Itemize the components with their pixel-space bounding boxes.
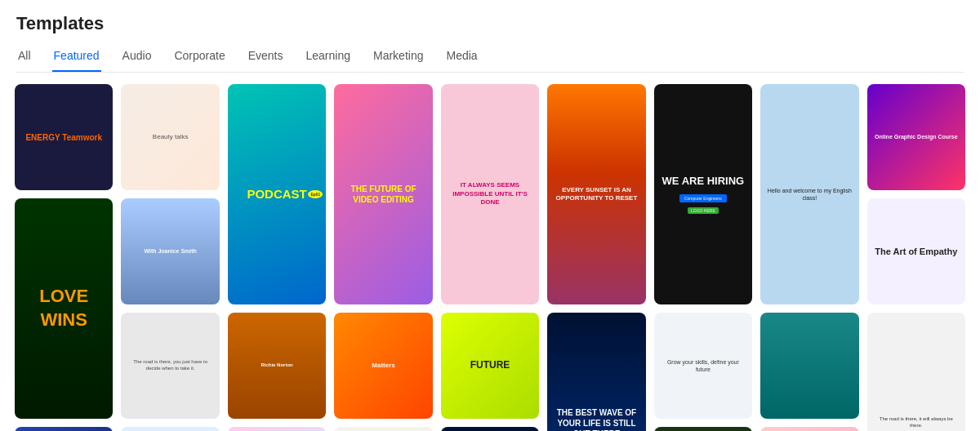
template-card-c14[interactable]: Richie Norton xyxy=(228,313,326,419)
template-card-c12[interactable]: The Art of Empathy xyxy=(867,198,965,304)
template-card-c25[interactable]: GO xyxy=(441,427,539,431)
tab-all[interactable]: All xyxy=(16,44,33,72)
card-text-c14: Richie Norton xyxy=(261,362,292,369)
template-card-c13[interactable]: The road is there, you just have to deci… xyxy=(121,313,219,419)
template-card-c20[interactable]: The road is there, it will always be the… xyxy=(867,313,965,431)
card-text-c17: THE BEST WAVE OF YOUR LIFE IS STILL OUT … xyxy=(554,407,639,432)
template-card-c10[interactable]: LOVE WINS xyxy=(15,198,113,419)
page-header: Templates AllFeaturedAudioCorporateEvent… xyxy=(0,0,980,73)
tab-learning[interactable]: Learning xyxy=(305,44,353,72)
template-card-c23[interactable]: Celebrate Pride Month xyxy=(228,427,326,431)
card-text-c12: The Art of Empathy xyxy=(875,246,957,257)
tab-marketing[interactable]: Marketing xyxy=(372,44,425,72)
card-text-c15: Matters xyxy=(372,362,394,370)
card-text-c6: EVERY SUNSET IS AN OPPORTUNITY TO RESET xyxy=(554,186,639,203)
template-card-c8[interactable]: Hello and welcome to my English class! xyxy=(760,84,858,304)
template-card-c21[interactable]: TRAVEL IS NOT THE REWARD FOR WORKING, IT… xyxy=(15,427,113,431)
card-text-c8: Hello and welcome to my English class! xyxy=(767,187,852,202)
card-text-c16: FUTURE xyxy=(470,359,510,372)
template-card-c22[interactable]: Everyday is a new opportunity to change … xyxy=(121,427,219,431)
card-text-c11: With Joanice Smith xyxy=(144,247,197,255)
tab-events[interactable]: Events xyxy=(247,44,285,72)
card-text-c18: Grow your skills, define your future xyxy=(661,358,746,373)
tab-featured[interactable]: Featured xyxy=(52,44,101,72)
template-card-c24[interactable]: Do the best you can until you know bette… xyxy=(334,427,432,431)
card-text-c20: The road is there, it will always be the… xyxy=(874,416,959,429)
card-text-c13: The road is there, you just have to deci… xyxy=(127,359,212,372)
tab-bar: AllFeaturedAudioCorporateEventsLearningM… xyxy=(16,44,964,73)
template-card-c6[interactable]: EVERY SUNSET IS AN OPPORTUNITY TO RESET xyxy=(547,84,645,304)
template-card-c4[interactable]: THE FUTURE OF VIDEO EDITING xyxy=(334,84,432,304)
template-card-c15[interactable]: Matters xyxy=(334,313,432,419)
template-card-c27[interactable] xyxy=(760,427,858,431)
page-wrapper: Templates AllFeaturedAudioCorporateEvent… xyxy=(0,0,980,431)
template-card-c17[interactable]: THE BEST WAVE OF YOUR LIFE IS STILL OUT … xyxy=(547,313,645,431)
template-card-c2[interactable]: Beauty talks xyxy=(121,84,219,190)
template-card-c5[interactable]: IT ALWAYS SEEMS IMPOSSIBLE UNTIL IT'S DO… xyxy=(441,84,539,304)
template-card-c16[interactable]: FUTURE xyxy=(441,313,539,419)
card-text-c4: THE FUTURE OF VIDEO EDITING xyxy=(341,184,425,205)
template-card-c19[interactable] xyxy=(760,313,858,419)
card-text-c1: ENERGY Teamwork xyxy=(25,132,102,143)
template-card-c9[interactable]: Online Graphic Design Course xyxy=(867,84,965,190)
card-text-c3: PODCAST xyxy=(247,186,306,202)
tab-audio[interactable]: Audio xyxy=(121,44,154,72)
card-text-c7: WE ARE HIRING xyxy=(662,175,745,189)
template-card-c1[interactable]: ENERGY Teamwork xyxy=(15,84,113,190)
template-card-c3[interactable]: Ep01PODCAST xyxy=(228,84,326,304)
tab-corporate[interactable]: Corporate xyxy=(172,44,226,72)
template-card-c11[interactable]: With Joanice Smith xyxy=(121,198,219,304)
template-card-c26[interactable]: Saturdays Surf Channel xyxy=(654,427,752,431)
page-title: Templates xyxy=(16,13,964,34)
tab-media[interactable]: Media xyxy=(444,44,479,72)
template-card-c18[interactable]: Grow your skills, define your future xyxy=(654,313,752,419)
card-text-c5: IT ALWAYS SEEMS IMPOSSIBLE UNTIL IT'S DO… xyxy=(448,181,532,207)
card-text-c9: Online Graphic Design Course xyxy=(875,133,958,140)
card-text-c10: LOVE WINS xyxy=(21,285,106,331)
card-text-c2: Beauty talks xyxy=(153,133,189,141)
template-gallery: ENERGY TeamworkBeauty talksEp01PODCASTTH… xyxy=(0,73,980,431)
template-card-c7[interactable]: WE ARE HIRINGComputer EngineersLOGO HERE xyxy=(654,84,752,304)
